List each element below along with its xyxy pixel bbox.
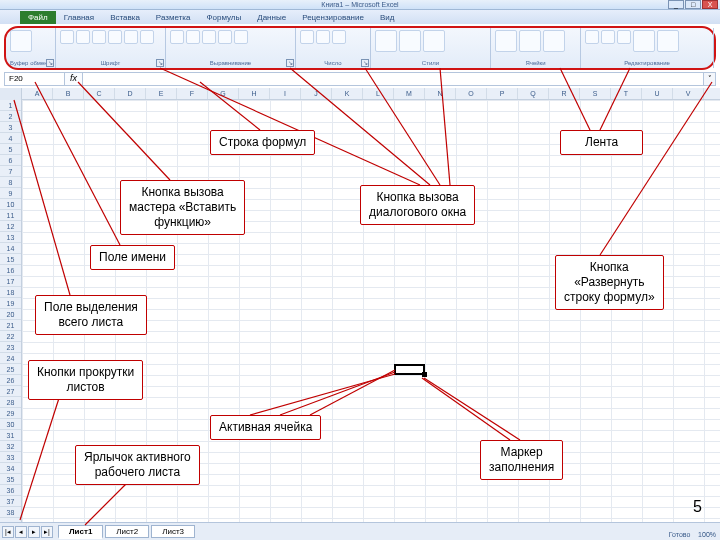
- row-header[interactable]: 6: [0, 155, 21, 166]
- tab-home[interactable]: Главная: [56, 11, 102, 24]
- column-header[interactable]: P: [487, 88, 518, 99]
- fill-icon[interactable]: [601, 30, 615, 44]
- select-all-button[interactable]: [0, 88, 22, 100]
- column-header[interactable]: T: [611, 88, 642, 99]
- fill-handle[interactable]: [422, 372, 427, 377]
- wrap-text-icon[interactable]: [218, 30, 232, 44]
- border-icon[interactable]: [108, 30, 122, 44]
- column-header[interactable]: S: [580, 88, 611, 99]
- row-header[interactable]: 33: [0, 452, 21, 463]
- zoom-level[interactable]: 100%: [698, 531, 716, 538]
- row-header[interactable]: 26: [0, 375, 21, 386]
- row-header[interactable]: 10: [0, 199, 21, 210]
- sheet-tab[interactable]: Лист3: [151, 525, 195, 538]
- expand-formula-bar-button[interactable]: ˅: [703, 73, 715, 85]
- row-header[interactable]: 7: [0, 166, 21, 177]
- row-header[interactable]: 11: [0, 210, 21, 221]
- column-header[interactable]: J: [301, 88, 332, 99]
- row-header[interactable]: 35: [0, 474, 21, 485]
- column-header[interactable]: A: [22, 88, 53, 99]
- table-format-icon[interactable]: [399, 30, 421, 52]
- insert-cells-icon[interactable]: [495, 30, 517, 52]
- merge-icon[interactable]: [234, 30, 248, 44]
- percent-icon[interactable]: [316, 30, 330, 44]
- column-header[interactable]: K: [332, 88, 363, 99]
- dialog-launcher-icon[interactable]: ↘: [156, 59, 164, 67]
- column-header[interactable]: L: [363, 88, 394, 99]
- row-header[interactable]: 34: [0, 463, 21, 474]
- underline-icon[interactable]: [92, 30, 106, 44]
- row-header[interactable]: 5: [0, 144, 21, 155]
- scroll-next-button[interactable]: ▸: [28, 526, 40, 538]
- row-header[interactable]: 28: [0, 397, 21, 408]
- row-header[interactable]: 27: [0, 386, 21, 397]
- font-color-icon[interactable]: [140, 30, 154, 44]
- row-header[interactable]: 25: [0, 364, 21, 375]
- row-header[interactable]: 37: [0, 496, 21, 507]
- column-header[interactable]: C: [84, 88, 115, 99]
- paste-icon[interactable]: [10, 30, 32, 52]
- column-header[interactable]: B: [53, 88, 84, 99]
- column-header[interactable]: D: [115, 88, 146, 99]
- find-select-icon[interactable]: [657, 30, 679, 52]
- column-header[interactable]: F: [177, 88, 208, 99]
- row-header[interactable]: 2: [0, 111, 21, 122]
- autosum-icon[interactable]: [585, 30, 599, 44]
- row-header[interactable]: 30: [0, 419, 21, 430]
- italic-icon[interactable]: [76, 30, 90, 44]
- clear-icon[interactable]: [617, 30, 631, 44]
- insert-function-button[interactable]: fx: [65, 73, 83, 85]
- active-cell[interactable]: [394, 364, 425, 375]
- column-header[interactable]: N: [425, 88, 456, 99]
- row-header[interactable]: 24: [0, 353, 21, 364]
- cond-format-icon[interactable]: [375, 30, 397, 52]
- row-header[interactable]: 1: [0, 100, 21, 111]
- format-cells-icon[interactable]: [543, 30, 565, 52]
- row-header[interactable]: 32: [0, 441, 21, 452]
- tab-review[interactable]: Рецензирование: [294, 11, 372, 24]
- sort-filter-icon[interactable]: [633, 30, 655, 52]
- row-header[interactable]: 21: [0, 320, 21, 331]
- row-header[interactable]: 23: [0, 342, 21, 353]
- tab-data[interactable]: Данные: [249, 11, 294, 24]
- minimize-button[interactable]: _: [668, 0, 684, 9]
- column-header[interactable]: G: [208, 88, 239, 99]
- align-left-icon[interactable]: [170, 30, 184, 44]
- formula-input[interactable]: [83, 73, 703, 85]
- tab-view[interactable]: Вид: [372, 11, 402, 24]
- row-header[interactable]: 8: [0, 177, 21, 188]
- row-header[interactable]: 16: [0, 265, 21, 276]
- column-header[interactable]: V: [673, 88, 704, 99]
- fill-color-icon[interactable]: [124, 30, 138, 44]
- dialog-launcher-icon[interactable]: ↘: [46, 59, 54, 67]
- column-header[interactable]: H: [239, 88, 270, 99]
- column-header[interactable]: Q: [518, 88, 549, 99]
- row-header[interactable]: 36: [0, 485, 21, 496]
- row-header[interactable]: 14: [0, 243, 21, 254]
- cell-styles-icon[interactable]: [423, 30, 445, 52]
- sheet-tab[interactable]: Лист2: [105, 525, 149, 538]
- row-header[interactable]: 13: [0, 232, 21, 243]
- column-header[interactable]: R: [549, 88, 580, 99]
- column-header[interactable]: O: [456, 88, 487, 99]
- scroll-last-button[interactable]: ▸|: [41, 526, 53, 538]
- column-header[interactable]: E: [146, 88, 177, 99]
- tab-formulas[interactable]: Формулы: [198, 11, 249, 24]
- row-header[interactable]: 38: [0, 507, 21, 518]
- row-header[interactable]: 18: [0, 287, 21, 298]
- row-header[interactable]: 31: [0, 430, 21, 441]
- column-header[interactable]: I: [270, 88, 301, 99]
- close-button[interactable]: X: [702, 0, 718, 9]
- column-header[interactable]: M: [394, 88, 425, 99]
- comma-icon[interactable]: [332, 30, 346, 44]
- name-box[interactable]: F20: [5, 73, 65, 85]
- tab-layout[interactable]: Разметка: [148, 11, 199, 24]
- delete-cells-icon[interactable]: [519, 30, 541, 52]
- column-header[interactable]: U: [642, 88, 673, 99]
- row-header[interactable]: 20: [0, 309, 21, 320]
- dialog-launcher-icon[interactable]: ↘: [286, 59, 294, 67]
- row-header[interactable]: 3: [0, 122, 21, 133]
- scroll-prev-button[interactable]: ◂: [15, 526, 27, 538]
- row-header[interactable]: 29: [0, 408, 21, 419]
- row-header[interactable]: 12: [0, 221, 21, 232]
